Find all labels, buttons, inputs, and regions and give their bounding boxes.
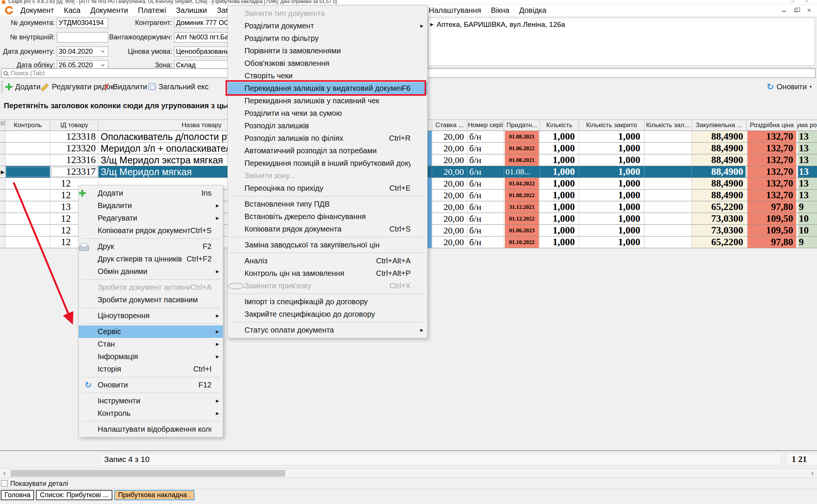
cell-vat[interactable]: 20,00 — [432, 236, 467, 248]
menu-item[interactable]: Імпорт із специфікацій до договору — [228, 296, 427, 308]
cell-series[interactable]: б/н — [467, 178, 504, 189]
cell-vat[interactable]: 20,00 — [432, 166, 467, 177]
cell-qty[interactable]: 1,000 — [540, 154, 579, 166]
cell-qty_closed[interactable]: 1,000 — [579, 201, 644, 213]
menu-item[interactable]: ДодатиIns — [79, 187, 223, 199]
cell-qty[interactable]: 1,000 — [540, 143, 579, 154]
cell-qty_closed[interactable]: 1,000 — [579, 166, 644, 177]
menubar-item[interactable]: Довідка — [514, 5, 551, 16]
h-scrollbar[interactable]: ‹ › — [0, 468, 817, 478]
cell-series[interactable]: б/н — [467, 213, 504, 224]
header-cell-qty[interactable]: Кількість — [540, 120, 579, 131]
add-button[interactable]: Додати — [5, 79, 40, 95]
contractor-field[interactable]: Доминик 777 ООО — [174, 18, 231, 28]
cell-expiry[interactable]: 31.12.2021 — [504, 201, 540, 213]
menu-item[interactable]: Контроль цін на замовленняCtrl+Alt+P — [228, 267, 427, 280]
cell-marker[interactable] — [0, 143, 6, 154]
menu-item[interactable]: Встановлення типу ПДВ — [228, 198, 427, 210]
delete-button[interactable]: ✗ Видалити ▾ — [103, 79, 152, 95]
header-cell-retail[interactable]: Роздрібна ціна — [747, 120, 797, 131]
menu-item[interactable]: Розділити на чеки за сумою — [228, 107, 427, 120]
header-cell-qty_closed[interactable]: Кількість закрито — [579, 120, 644, 131]
menu-item[interactable]: ІсторіяCtrl+I — [79, 363, 223, 375]
cell-purchase[interactable]: 73,0300 — [692, 225, 747, 236]
menu-item[interactable]: Копіювати рядок документаCtrl+S — [79, 224, 223, 237]
cell-purchase[interactable]: 88,4900 — [692, 154, 747, 166]
cell-expiry[interactable]: 01.06.2023 — [504, 225, 540, 236]
cell-expiry[interactable]: 01.08.2022 — [504, 190, 540, 201]
cell-purchase[interactable]: 88,4900 — [692, 143, 747, 154]
consignee-field[interactable]: Апт №003 пгт.Бар — [174, 32, 231, 42]
menu-item[interactable]: Розподіл залишків — [228, 120, 427, 132]
tab-головна[interactable]: Головна — [1, 490, 34, 500]
menu-item[interactable]: Заміна заводської та закупівельної цін — [228, 239, 427, 251]
menu-item[interactable]: Розподіл залишків по філіяхCtrl+R — [228, 132, 427, 145]
scroll-right-arrow-icon[interactable]: › — [809, 468, 816, 478]
menu-item[interactable]: Налаштувати відображення колонок — [79, 423, 223, 436]
scrollbar-thumb[interactable] — [11, 470, 285, 477]
cell-retail[interactable]: 109,50 — [747, 213, 797, 224]
cell-qty_left[interactable] — [644, 236, 692, 248]
close-button[interactable]: × — [806, 8, 812, 13]
cell-qty_closed[interactable]: 1,000 — [579, 190, 644, 201]
menubar-item[interactable]: Каса — [59, 5, 86, 16]
cell-id[interactable]: 123317 — [50, 166, 98, 177]
cell-vat[interactable]: 20,00 — [432, 190, 467, 201]
cell-control[interactable] — [6, 201, 50, 213]
cell-sum[interactable]: 13 — [797, 131, 817, 142]
toolbar-grip[interactable] — [1, 81, 3, 92]
cell-qty_closed[interactable]: 1,000 — [579, 143, 644, 154]
cell-purchase[interactable]: 65,2200 — [692, 236, 747, 248]
cell-sum[interactable]: 13 — [797, 154, 817, 166]
cell-sum[interactable]: 13 — [797, 143, 817, 154]
cell-qty_closed[interactable]: 1,000 — [579, 213, 644, 224]
cell-qty[interactable]: 1,000 — [540, 178, 579, 189]
menu-item[interactable]: ДрукF2 — [79, 240, 223, 253]
cell-series[interactable]: б/н — [467, 131, 504, 142]
cell-marker[interactable] — [0, 154, 6, 166]
cell-retail[interactable]: 97,80 — [747, 236, 797, 248]
cell-series[interactable]: б/н — [467, 143, 504, 154]
menu-item[interactable]: Сервіс▶ — [79, 325, 223, 338]
cell-expiry[interactable]: 01.06.2022 — [504, 143, 540, 154]
cell-marker[interactable] — [0, 225, 6, 236]
cell-purchase[interactable]: 88,4900 — [692, 190, 747, 201]
cell-qty_left[interactable] — [644, 213, 692, 224]
menu-item[interactable]: Інструменти▶ — [79, 395, 223, 407]
menu-item[interactable]: Ціноутворення▶ — [79, 310, 223, 322]
menu-item[interactable]: Розділити по фільтру — [228, 32, 427, 45]
cell-series[interactable]: б/н — [467, 190, 504, 201]
cell-control[interactable] — [6, 236, 50, 248]
cell-sum[interactable]: 13 — [797, 178, 817, 189]
cell-qty[interactable]: 1,000 — [540, 236, 579, 248]
menubar-item[interactable]: Налаштування — [424, 5, 486, 16]
cell-series[interactable]: б/н — [467, 154, 504, 166]
menu-item[interactable]: Видалити▶ — [79, 199, 223, 212]
cell-qty_left[interactable] — [644, 178, 692, 189]
cell-qty_closed[interactable]: 1,000 — [579, 154, 644, 166]
cell-retail[interactable]: 109,50 — [747, 225, 797, 236]
cell-marker[interactable] — [0, 131, 6, 142]
menu-item[interactable]: Обмін даними▶ — [79, 265, 223, 278]
cell-qty_left[interactable] — [644, 225, 692, 236]
cell-qty_closed[interactable]: 1,000 — [579, 178, 644, 189]
cell-qty[interactable]: 1,000 — [540, 213, 579, 224]
cell-control[interactable] — [6, 166, 50, 177]
cell-vat[interactable]: 20,00 — [432, 178, 467, 189]
cell-expiry[interactable]: 01.08.2021 — [504, 154, 540, 166]
export-button[interactable]: Загальний екс — [148, 79, 209, 95]
cell-qty_left[interactable] — [644, 143, 692, 154]
menu-item[interactable]: Копіювати рядок документаCtrl+S — [228, 223, 427, 235]
cell-control[interactable] — [6, 225, 50, 236]
cell-vat[interactable]: 20,00 — [432, 201, 467, 213]
cell-purchase[interactable]: 73,0300 — [692, 213, 747, 224]
menu-item[interactable]: Встановіть джерело фінансування — [228, 210, 427, 223]
header-cell-id[interactable]: ІД товару — [50, 120, 98, 131]
menu-item[interactable]: Інформація▶ — [79, 350, 223, 363]
menu-item[interactable]: ↻ОновитиF12 — [79, 379, 223, 391]
cell-qty[interactable]: 1,000 — [540, 166, 579, 177]
cell-qty[interactable]: 1,000 — [540, 190, 579, 201]
menu-item[interactable]: Обов'язкові замовлення — [228, 57, 427, 70]
menu-item[interactable]: Зробити документ пасивним — [79, 294, 223, 306]
header-cell-marker[interactable] — [0, 120, 6, 131]
